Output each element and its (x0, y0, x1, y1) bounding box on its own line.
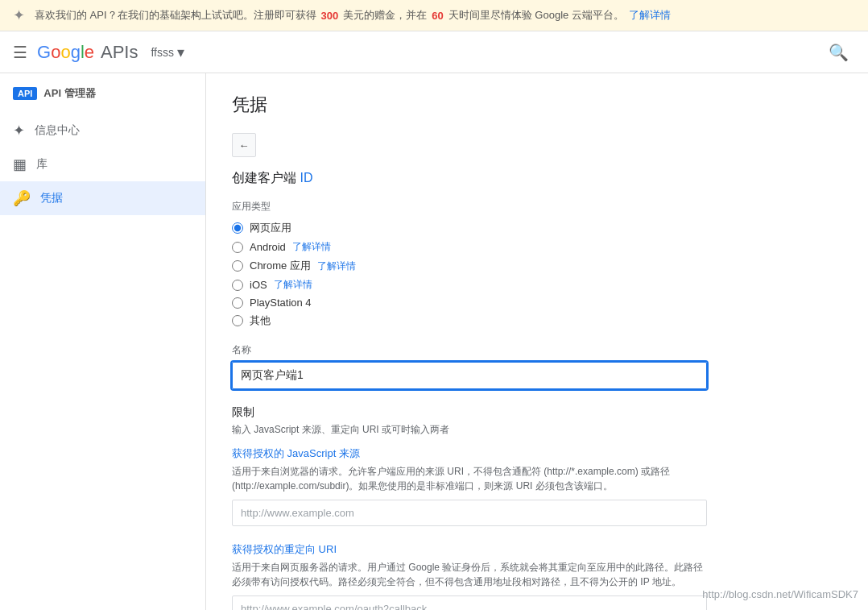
credentials-icon: 🔑 (13, 189, 31, 207)
api-badge: API (13, 87, 37, 100)
radio-android-input[interactable] (232, 242, 243, 253)
radio-other-label: 其他 (250, 313, 271, 328)
js-origin-subsection: 获得授权的 JavaScript 来源 适用于来自浏览器的请求。允许客户端应用的… (232, 446, 842, 526)
redirect-uri-input[interactable] (232, 595, 707, 610)
radio-chrome-app-input[interactable] (232, 260, 243, 272)
restriction-title: 限制 (232, 405, 842, 420)
dashboard-icon: ✦ (13, 122, 25, 139)
radio-ps4-input[interactable] (232, 297, 243, 309)
menu-icon[interactable]: ☰ (13, 43, 27, 62)
radio-web-app[interactable]: 网页应用 (232, 218, 842, 238)
sidebar-nav: ✦ 信息中心 ▦ 库 🔑 凭据 (0, 107, 205, 222)
id-link[interactable]: ID (300, 171, 312, 185)
google-logo: Google APIs (37, 42, 151, 63)
project-name-text: ffsss (151, 46, 174, 59)
radio-ios-input[interactable] (232, 280, 243, 291)
sidebar-title: API 管理器 (43, 86, 95, 101)
library-icon: ▦ (13, 156, 27, 173)
js-origin-title: 获得授权的 JavaScript 来源 (232, 446, 842, 461)
radio-other[interactable]: 其他 (232, 311, 842, 330)
restriction-desc: 输入 JavaScript 来源、重定向 URI 或可时输入两者 (232, 423, 842, 437)
name-label: 名称 (232, 343, 842, 357)
section-title: 创建客户端 ID (232, 170, 842, 187)
redirect-uri-title: 获得授权的重定向 URI (232, 542, 842, 557)
app-type-label: 应用类型 (232, 200, 842, 214)
android-learn-more-link[interactable]: 了解详情 (292, 240, 331, 254)
js-origin-desc: 适用于来自浏览器的请求。允许客户端应用的来源 URI，不得包含通配符 (http… (232, 464, 707, 493)
sidebar-label-dashboard: 信息中心 (35, 123, 80, 138)
name-input[interactable] (232, 362, 707, 389)
page-title: 凭据 (232, 93, 842, 117)
radio-chrome-app[interactable]: Chrome 应用 了解详情 (232, 256, 842, 276)
search-button[interactable]: 🔍 (822, 36, 855, 68)
back-arrow-icon: ← (239, 139, 250, 151)
layout: API API 管理器 ✦ 信息中心 ▦ 库 🔑 凭据 凭据 ← 创建客户端 (0, 73, 868, 610)
radio-group: 网页应用 Android 了解详情 Chrome 应用 了解详情 iOS 了解详… (232, 218, 842, 330)
sidebar-label-library: 库 (36, 157, 48, 172)
apis-text: APIs (101, 42, 138, 63)
chrome-learn-more-link[interactable]: 了解详情 (317, 259, 356, 273)
sidebar: API API 管理器 ✦ 信息中心 ▦ 库 🔑 凭据 (0, 73, 206, 610)
banner-highlight1: 300 (321, 10, 339, 22)
sidebar-item-library[interactable]: ▦ 库 (0, 147, 205, 181)
radio-ios-label: iOS (250, 279, 267, 291)
header: ☰ Google APIs ffsss ▾ 🔍 (0, 31, 868, 73)
chevron-down-icon: ▾ (177, 44, 184, 61)
radio-ps4[interactable]: PlayStation 4 (232, 294, 842, 311)
radio-ios[interactable]: iOS 了解详情 (232, 276, 842, 294)
sidebar-label-credentials: 凭据 (40, 191, 63, 205)
sidebar-header: API API 管理器 (0, 80, 205, 107)
banner-link[interactable]: 了解详情 (629, 8, 671, 23)
watermark: http://blog.csdn.net/WificamSDK7 (702, 588, 858, 600)
sidebar-item-dashboard[interactable]: ✦ 信息中心 (0, 114, 205, 147)
top-banner: ✦ 喜欢我们的 API？在我们的基础架构上试试吧。注册即可获得 300 美元的赠… (0, 0, 868, 31)
radio-android-label: Android (250, 241, 286, 253)
js-origin-input[interactable] (232, 500, 707, 526)
radio-chrome-app-label: Chrome 应用 (250, 259, 311, 273)
banner-text3: 天时间里尽情体验 Google 云端平台。 (448, 8, 624, 23)
main-content: 凭据 ← 创建客户端 ID 应用类型 网页应用 Android 了解详情 (206, 73, 868, 610)
project-selector[interactable]: ffsss ▾ (151, 44, 184, 61)
radio-other-input[interactable] (232, 315, 243, 326)
banner-text1: 喜欢我们的 API？在我们的基础架构上试试吧。注册即可获得 (35, 8, 316, 23)
redirect-uri-desc: 适用于来自网页服务器的请求。用户通过 Google 验证身份后，系统就会将其重定… (232, 560, 707, 589)
back-button[interactable]: ← (232, 133, 256, 157)
radio-web-app-label: 网页应用 (250, 221, 291, 235)
star-icon: ✦ (13, 6, 25, 24)
banner-text2: 美元的赠金，并在 (343, 8, 427, 23)
radio-android[interactable]: Android 了解详情 (232, 238, 842, 256)
sidebar-item-credentials[interactable]: 🔑 凭据 (0, 181, 205, 215)
radio-web-app-input[interactable] (232, 222, 243, 234)
ios-learn-more-link[interactable]: 了解详情 (274, 278, 312, 292)
radio-ps4-label: PlayStation 4 (250, 297, 312, 309)
banner-highlight2: 60 (432, 10, 443, 22)
